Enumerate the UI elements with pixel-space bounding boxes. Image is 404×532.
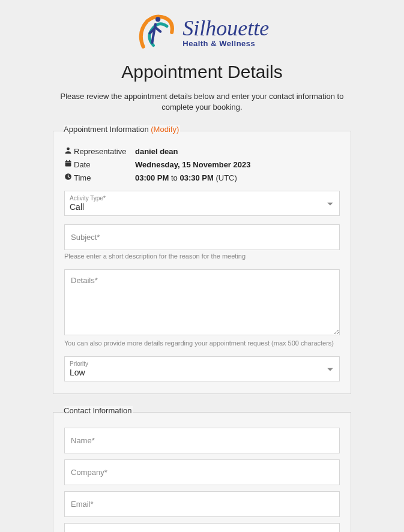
svg-rect-5: [69, 160, 70, 162]
details-hint: You can also provide more details regard…: [64, 339, 340, 347]
representative-label: Representative: [74, 147, 135, 156]
svg-rect-4: [66, 160, 67, 162]
page-subtitle: Please review the appointment details be…: [52, 91, 352, 113]
logo: Silhouette Health & Wellness: [0, 12, 404, 53]
details-textarea[interactable]: [64, 269, 340, 335]
contact-info-section: Contact Information: [53, 406, 351, 532]
clock-icon: [64, 173, 74, 182]
svg-rect-3: [65, 163, 71, 163]
activity-type-label: Activity Type*: [70, 195, 322, 202]
caret-down-icon: [327, 199, 333, 208]
activity-type-value: Call: [70, 202, 84, 212]
caret-down-icon: [327, 365, 333, 374]
representative-value: daniel dean: [135, 147, 178, 156]
appointment-info-section: Appointment Information (Modify) Represe…: [53, 125, 351, 394]
page-title: Appointment Details: [0, 62, 404, 82]
priority-value: Low: [70, 368, 85, 377]
date-label: Date: [74, 160, 135, 169]
svg-rect-2: [65, 161, 71, 167]
date-value: Wednesday, 15 November 2023: [135, 160, 250, 169]
activity-type-select[interactable]: Activity Type* Call: [64, 191, 340, 216]
logo-sub-text: Health & Wellness: [182, 39, 255, 48]
company-input[interactable]: [64, 459, 340, 485]
svg-point-0: [155, 17, 160, 22]
time-row: Time 03:00 PM to 03:30 PM (UTC): [64, 173, 340, 182]
priority-select[interactable]: Priority Low: [64, 356, 340, 381]
calendar-icon: [64, 160, 74, 169]
subject-hint: Please enter a short description for the…: [64, 253, 340, 260]
logo-swoosh-icon: [135, 12, 176, 53]
name-input[interactable]: [64, 428, 340, 453]
person-icon: [64, 146, 74, 156]
priority-label: Priority: [70, 360, 322, 368]
email-input[interactable]: [64, 491, 340, 517]
time-label: Time: [74, 173, 135, 182]
date-row: Date Wednesday, 15 November 2023: [64, 160, 340, 169]
svg-point-1: [67, 148, 70, 151]
logo-brand-text: Silhouette: [182, 16, 269, 40]
contact-info-legend: Contact Information: [64, 406, 133, 419]
time-value: 03:00 PM to 03:30 PM (UTC): [135, 173, 237, 182]
phone-input[interactable]: [64, 523, 340, 532]
subject-input[interactable]: [64, 224, 340, 250]
representative-row: Representative daniel dean: [64, 146, 340, 156]
appointment-info-legend-text: Appointment Information: [64, 125, 149, 134]
modify-link[interactable]: (Modify): [151, 125, 179, 134]
appointment-info-legend: Appointment Information (Modify): [64, 125, 180, 137]
